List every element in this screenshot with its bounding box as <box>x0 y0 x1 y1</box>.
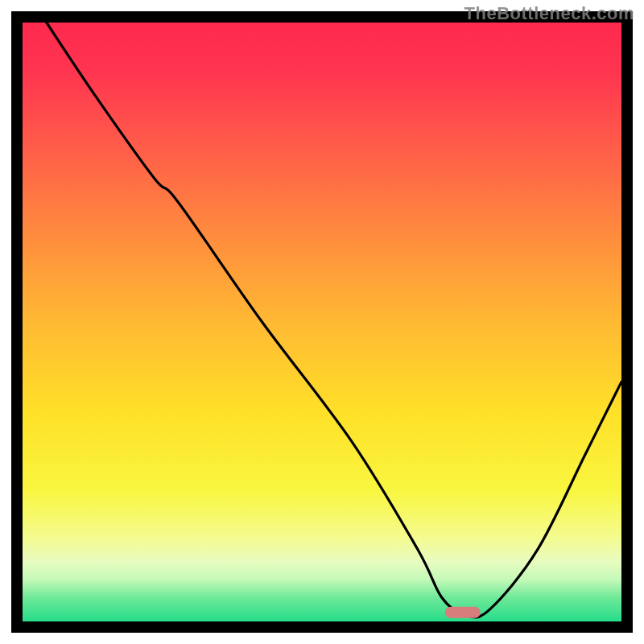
attribution-label: TheBottleneck.com <box>464 3 634 24</box>
plot-background <box>23 23 621 621</box>
chart-svg <box>0 0 644 644</box>
chart-container: TheBottleneck.com <box>0 0 644 644</box>
current-config-marker <box>445 607 481 618</box>
